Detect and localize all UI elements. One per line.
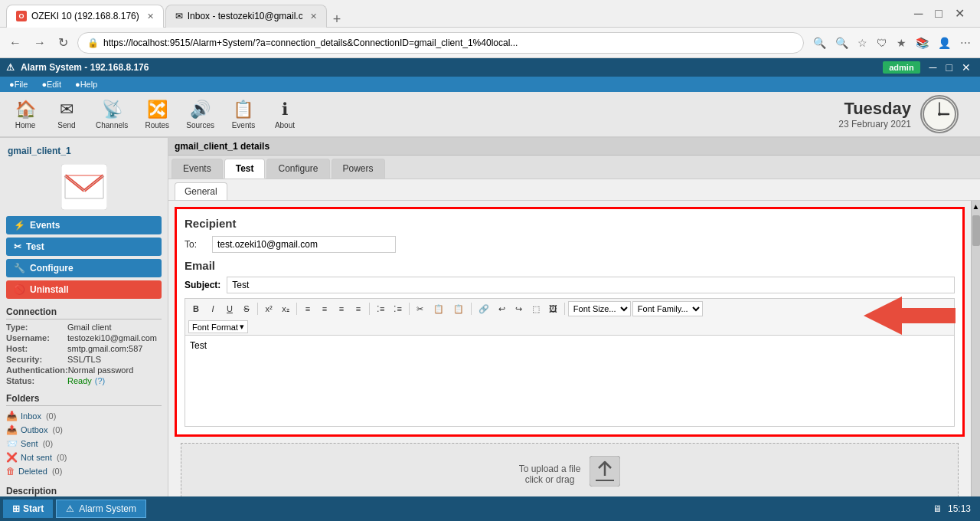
font-family-select[interactable]: Font Family... [632, 301, 703, 316]
align-left-button[interactable]: ≡ [300, 303, 315, 315]
strikethrough-button[interactable]: S [239, 303, 254, 315]
ul-list-button[interactable]: ⁚≡ [373, 303, 388, 316]
taskbar-app[interactable]: ⚠ Alarm System [56, 500, 146, 518]
new-tab-button[interactable]: + [328, 11, 346, 28]
events-label: Events [232, 121, 256, 129]
bookmark-icon[interactable]: ★ [893, 34, 910, 52]
copy-button[interactable]: 📋 [430, 303, 448, 316]
scroll-thumb[interactable] [972, 215, 980, 246]
app-close-button[interactable]: ✕ [959, 61, 974, 74]
scroll-up-arrow[interactable]: ▲ [971, 201, 980, 212]
browser-chrome: O OZEKI 10 (192.168.8.176) ✕ ✉ Inbox - t… [0, 0, 980, 521]
sidebar-test-button[interactable]: ✂ Test [6, 238, 162, 256]
sidebar-configure-button[interactable]: 🔧 Configure [6, 259, 162, 277]
tab-test[interactable]: Test [224, 159, 266, 179]
folder-sent[interactable]: 📨 Sent (0) [6, 437, 162, 451]
app-minimize-button[interactable]: ─ [926, 61, 940, 74]
back-button[interactable]: ← [6, 33, 24, 53]
menu-edit[interactable]: ●Edit [35, 78, 67, 90]
browser-tab-active[interactable]: O OZEKI 10 (192.168.8.176) ✕ [6, 5, 164, 28]
home-label: Home [15, 121, 36, 129]
tab-powers[interactable]: Powers [332, 159, 385, 179]
superscript-button[interactable]: x² [261, 303, 276, 315]
url-input[interactable] [103, 38, 794, 48]
outbox-count: (0) [52, 425, 62, 434]
close-button[interactable]: ✕ [952, 3, 968, 24]
start-button[interactable]: ⊞ Start [3, 500, 53, 518]
username-value: testozeki10@gmail.com [67, 333, 157, 342]
collection-icon[interactable]: 📚 [913, 34, 932, 52]
browser-tab-2[interactable]: ✉ Inbox - testozeki10@gmail.com ✕ [165, 5, 327, 28]
toolbar-routes[interactable]: 🔀 Routes [138, 96, 176, 133]
compose-area: Recipient To: Email Subject: [175, 207, 965, 437]
toolbar-channels[interactable]: 📡 Channels [89, 96, 135, 133]
refresh-button[interactable]: ↻ [55, 32, 71, 53]
align-center-button[interactable]: ≡ [317, 303, 332, 315]
help-icon[interactable]: (?) [95, 376, 105, 385]
auth-label: Authentication: [6, 365, 68, 375]
align-right-button[interactable]: ≡ [334, 303, 349, 315]
tab-configure[interactable]: Configure [266, 159, 329, 179]
app-menubar: ●File ●Edit ●Help [0, 77, 980, 92]
menu-help[interactable]: ●Help [69, 78, 103, 90]
connection-auth-row: Authentication: Normal password [6, 365, 162, 375]
minimize-button[interactable]: ─ [911, 4, 926, 24]
toolbar-sources[interactable]: 🔊 Sources [179, 96, 221, 133]
table-button[interactable]: ⬚ [528, 303, 544, 316]
editor-toolbar: B I U S x² x₂ ≡ ≡ ≡ ≡ [185, 298, 955, 319]
folder-notsent[interactable]: ❌ Not sent (0) [6, 451, 162, 464]
panel-scrollbar[interactable]: ▲ [971, 201, 980, 521]
folder-outbox[interactable]: 📤 Outbox (0) [6, 423, 162, 437]
font-size-select[interactable]: Font Size... [568, 301, 631, 316]
underline-button[interactable]: U [222, 303, 237, 315]
zoom-icon[interactable]: 🔍 [832, 34, 851, 52]
status-value: Ready [67, 376, 92, 385]
sidebar-events-button[interactable]: ⚡ Events [6, 216, 162, 234]
bold-button[interactable]: B [188, 303, 204, 315]
menu-icon[interactable]: ⋯ [957, 34, 974, 52]
subtab-general[interactable]: General [175, 182, 227, 200]
toolbar-about[interactable]: ℹ About [266, 96, 304, 133]
tab-close-1[interactable]: ✕ [147, 11, 154, 21]
toolbar-home[interactable]: 🏠 Home [6, 96, 44, 133]
subscript-button[interactable]: x₂ [278, 303, 293, 316]
menu-file[interactable]: ●File [3, 78, 34, 90]
profile-icon[interactable]: 👤 [935, 34, 954, 52]
channels-label: Channels [96, 121, 128, 129]
upload-area[interactable]: To upload a file click or drag [181, 443, 959, 505]
svg-point-3 [938, 113, 941, 116]
star-icon[interactable]: ☆ [854, 34, 871, 52]
image-button[interactable]: 🖼 [545, 303, 561, 315]
configure-btn-label: Configure [30, 263, 74, 274]
tab-events[interactable]: Events [172, 159, 223, 179]
address-bar[interactable]: 🔒 [77, 32, 804, 54]
editor-divider-1 [257, 303, 258, 315]
upload-icon [590, 456, 620, 492]
link-button[interactable]: 🔗 [475, 303, 493, 316]
to-input[interactable] [212, 236, 396, 253]
cut-button[interactable]: ✂ [413, 303, 428, 316]
app-maximize-button[interactable]: □ [943, 61, 956, 74]
inbox-label: Inbox [21, 411, 41, 421]
format-dropdown[interactable]: Font Format ▾ [188, 320, 248, 333]
search-icon[interactable]: 🔍 [810, 34, 829, 52]
maximize-button[interactable]: □ [932, 4, 946, 24]
italic-button[interactable]: I [205, 303, 220, 315]
uninstall-btn-icon: 🚫 [14, 284, 25, 295]
subject-input[interactable] [227, 277, 955, 293]
sidebar-uninstall-button[interactable]: 🚫 Uninstall [6, 280, 162, 299]
redo-button[interactable]: ↪ [511, 303, 527, 316]
folder-deleted[interactable]: 🗑 Deleted (0) [6, 464, 162, 478]
toolbar-send[interactable]: ✉ Send [47, 96, 86, 133]
forward-button[interactable]: → [31, 33, 49, 53]
toolbar-events[interactable]: 📋 Events [224, 96, 263, 133]
align-justify-button[interactable]: ≡ [351, 303, 366, 315]
editor-body[interactable]: Test [185, 335, 955, 427]
paste-button[interactable]: 📋 [449, 303, 468, 316]
tab-close-2[interactable]: ✕ [310, 11, 317, 21]
undo-button[interactable]: ↩ [495, 303, 510, 316]
ol-list-button[interactable]: ⁚≡ [390, 303, 405, 316]
folder-inbox[interactable]: 📥 Inbox (0) [6, 409, 162, 423]
shield-icon[interactable]: 🛡 [874, 34, 890, 52]
deleted-icon: 🗑 [6, 466, 15, 477]
